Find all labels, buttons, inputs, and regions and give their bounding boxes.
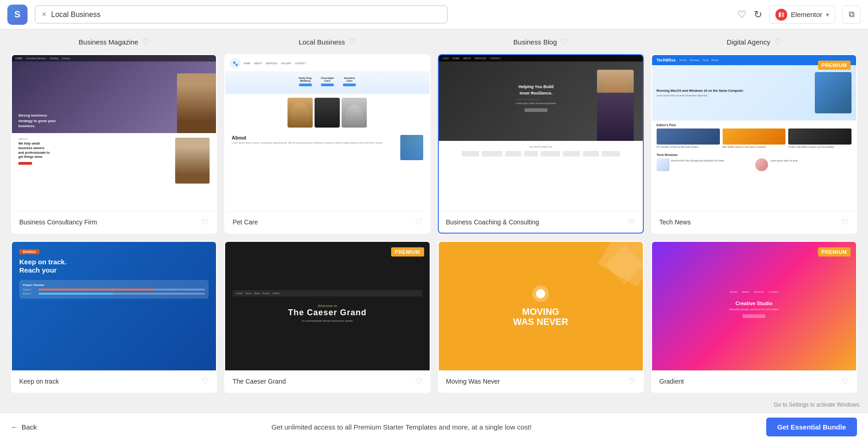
template-card-business-consultancy[interactable]: PREMIUM LOGO Consulting Services Trainin… [11,54,217,234]
elementor-selector[interactable]: Elementor ▾ [769,6,835,24]
mockup-nav-contact: CONTACT [490,57,501,60]
logo-letter: S [14,9,20,20]
gradient-cta [742,314,765,318]
card-preview: Buildino Keep on track.Reach your Projec… [12,242,216,370]
card-favorite-icon[interactable]: ♡ [628,217,636,227]
mockup-keepontrack: Buildino Keep on track.Reach your Projec… [12,242,216,370]
moving-shapes [579,242,643,306]
mockup-coaching-hero-text: Helping You BuildInner Resilience. Lorem… [511,84,570,112]
template-card-caeser-grand[interactable]: PREMIUM Grand Home Menu Events Gallery W… [224,241,430,393]
refresh-button[interactable]: ↻ [754,9,762,21]
mockup-tn-article: For Families of Tesla at Microsoft Surfa… [657,128,720,149]
footer-promo-text: Get unlimited access to all Premium Star… [271,423,531,431]
mockup-tn-article: 8 Sites That Define Science and Accessib… [788,128,851,149]
back-button[interactable]: ← Back [11,423,37,431]
template-card-tech-news[interactable]: PREMIUM TechBliss HomeReviewsTechAbout R… [651,54,857,234]
card-preview: PREMIUM Home About Services Contact Crea… [652,242,856,370]
heart-icon[interactable]: ♡ [348,37,356,47]
card-favorite-icon[interactable]: ♡ [628,376,636,386]
label-text: Local Business [299,38,345,46]
card-title: The Caeser Grand [232,378,286,385]
mockup-coaching-mini-bar [516,99,540,100]
mockup-coaching-cta [525,108,547,112]
card-preview: PREMIUM LOGO Consulting Services Trainin… [12,55,216,211]
mockup-tn-article: Lorem ipsum dolor sit amet [755,158,851,171]
card-footer: Pet Care ♡ [225,211,429,233]
template-card-keep-on-track[interactable]: Buildino Keep on track.Reach your Projec… [11,241,217,393]
premium-badge: PREMIUM [818,247,851,257]
label-text: Business Blog [514,38,557,46]
caeser-content: Welcome to The Caeser Grand An unforgett… [288,304,366,322]
template-card-business-coaching[interactable]: LOGO HOME ABOUT SERVICES CONTACT [438,54,644,234]
label-local-business[interactable]: Local Business ♡ [224,37,430,47]
card-preview: LOGO HOME ABOUT SERVICES CONTACT [439,55,643,211]
caeser-script: Welcome to [288,304,366,308]
mockup-pet-header: 🐾 HOME ABOUT SERVICES GALLERY CONTACT [225,55,429,72]
mockup-coaching-hero: LOGO HOME ABOUT SERVICES CONTACT [439,55,643,141]
label-text: Business Magazine [79,38,138,46]
mockup-business-consultancy: LOGO Consulting Services Training Course… [12,55,216,211]
card-favorite-icon[interactable]: ♡ [841,217,849,227]
card-footer: The Caeser Grand ♡ [225,370,429,392]
windows-activation-text: Go to Settings to activate Windows. [774,402,861,408]
template-grid-row1: PREMIUM LOGO Consulting Services Trainin… [11,54,857,234]
get-bundle-button[interactable]: Get Essential Bundle [766,418,857,436]
card-favorite-icon[interactable]: ♡ [415,376,422,386]
heart-icon[interactable]: ♡ [142,37,149,47]
article-image [723,128,786,145]
card-preview: PREMIUM MOVINGWAS NEVER [439,242,643,370]
header: S × ♡ ↻ Elementor ▾ ⧉ [0,0,868,29]
label-text: Digital Agency [727,38,770,46]
favorites-button[interactable]: ♡ [737,9,746,21]
caeser-title: The Caeser Grand [288,308,366,318]
mockup-tn-hero: Running MacOS and Windows 10 on the Same… [652,65,856,120]
card-favorite-icon[interactable]: ♡ [201,217,209,227]
premium-badge: PREMIUM [818,61,851,70]
back-label: Back [22,423,37,431]
mockup-technews: TechBliss HomeReviewsTechAbout Running M… [652,55,856,211]
mockup-nav-home: HOME [453,57,459,60]
bundle-btn-label: Get Essential Bundle [777,423,846,431]
mockup-nav-services: SERVICES [475,57,486,60]
footer-bar: ← Back Get unlimited access to all Premi… [0,413,868,441]
label-business-magazine[interactable]: Business Magazine ♡ [11,37,217,47]
template-grid-row2: Buildino Keep on track.Reach your Projec… [11,241,857,393]
mockup-gradient: Home About Services Contact Creative Stu… [652,242,856,370]
kot-card: Project Timeline Phase 1 Phase 2 [19,280,209,299]
template-card-gradient[interactable]: PREMIUM Home About Services Contact Crea… [651,241,857,393]
card-title: Tech News [659,218,691,226]
heart-icon[interactable]: ♡ [561,37,568,47]
label-business-blog[interactable]: Business Blog ♡ [438,37,644,47]
kot-title: Keep on track.Reach your [19,258,209,274]
mockup-tn-nav: HomeReviewsTechAbout [680,59,719,61]
mockup-nav-logo: LOGO [442,57,449,60]
mockup-tn-article: Why Netflix shares on the Same Computer [723,128,786,149]
label-digital-agency[interactable]: Digital Agency ♡ [651,37,857,47]
card-favorite-icon[interactable]: ♡ [415,217,422,227]
card-footer: Business Consultancy Firm ♡ [12,211,216,233]
heart-icon[interactable]: ♡ [774,37,781,47]
category-label-row: Business Magazine ♡ Local Business ♡ Bus… [11,37,857,47]
mockup-tn-hero-text: Running MacOS and Windows 10 on the Same… [657,89,811,96]
clear-search-icon[interactable]: × [42,10,47,19]
article-image [657,128,720,145]
search-input[interactable] [51,11,441,19]
svg-rect-2 [783,12,784,17]
template-card-pet-care[interactable]: PREMIUM 🐾 HOME ABOUT SERVICES GALLERY CO… [224,54,430,234]
caeser-sub: An unforgettable dining experience await… [288,319,366,322]
external-link-button[interactable]: ⧉ [842,6,861,24]
mockup-nav-strip: LOGO HOME ABOUT SERVICES CONTACT [439,55,643,61]
moving-title: MOVINGWAS NEVER [513,307,568,327]
mockup-caeser: Grand Home Menu Events Gallery Welcome t… [225,242,429,370]
svg-rect-1 [782,12,782,17]
card-footer: Gradient ♡ [652,370,856,392]
card-favorite-icon[interactable]: ♡ [841,376,849,386]
card-favorite-icon[interactable]: ♡ [201,376,209,386]
template-card-moving[interactable]: PREMIUM MOVINGWAS NEVER Moving Was Never… [438,241,644,393]
mockup-moving: MOVINGWAS NEVER [439,242,643,370]
gradient-sub: Beautiful design solutions for your bran… [730,308,779,311]
caeser-nav: Grand Home Menu Events Gallery [232,290,422,296]
card-title: Pet Care [232,218,258,226]
svg-rect-0 [779,12,780,17]
card-title: Business Coaching & Consulting [446,218,539,226]
